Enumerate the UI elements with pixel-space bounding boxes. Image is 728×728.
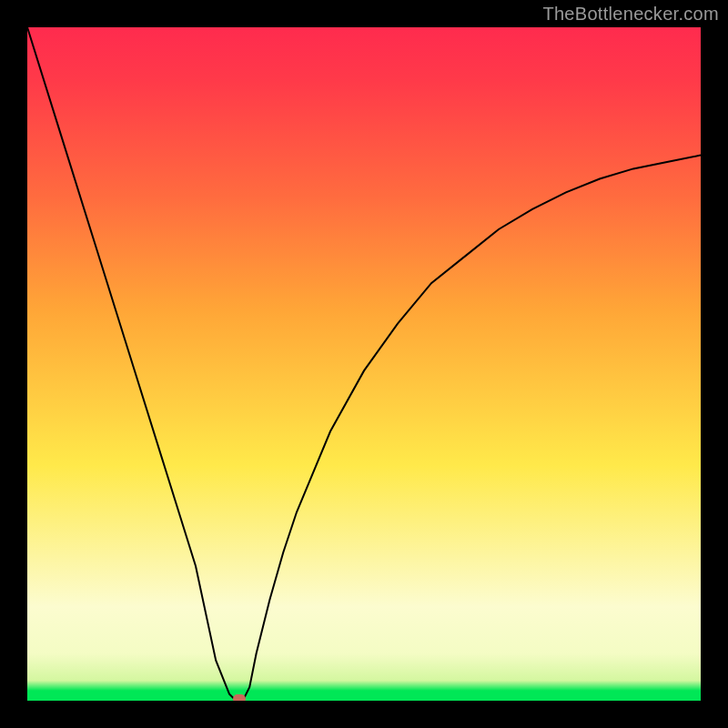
chart-frame: TheBottlenecker.com xyxy=(0,0,728,728)
bottleneck-curve xyxy=(27,27,701,701)
minimum-marker xyxy=(233,694,246,701)
plot-area xyxy=(27,27,701,701)
watermark-label: TheBottlenecker.com xyxy=(542,4,719,25)
curve-path xyxy=(27,27,701,701)
